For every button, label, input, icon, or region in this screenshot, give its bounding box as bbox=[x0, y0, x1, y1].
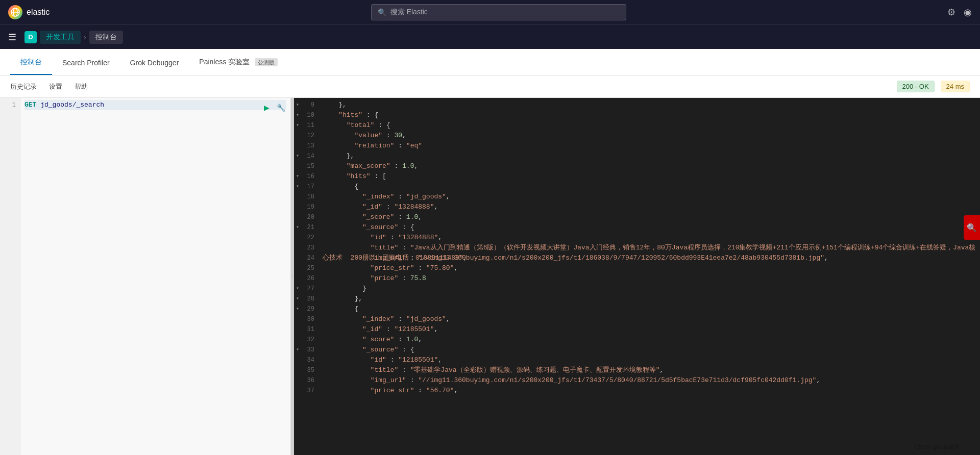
line-num: 20 bbox=[294, 212, 318, 222]
line-num: 23 bbox=[294, 243, 318, 253]
line-num: 22 bbox=[294, 233, 318, 243]
breadcrumb: D 开发工具 › 控制台 bbox=[24, 31, 123, 44]
http-method: GET bbox=[24, 101, 36, 109]
resp-code: { bbox=[318, 182, 980, 192]
line-num: 28 bbox=[294, 294, 318, 304]
user-badge: D bbox=[24, 31, 37, 43]
breadcrumb-separator: › bbox=[84, 33, 86, 41]
resp-line-23: 23 "title" : "Java从入门到精通（第6版）（软件开发视频大讲堂）… bbox=[294, 243, 980, 253]
line-num: 34 bbox=[294, 355, 318, 365]
editor-content[interactable]: GET jd_goods/_search bbox=[20, 98, 290, 455]
resp-code: "price" : 75.8 bbox=[318, 273, 980, 284]
line-num: 18 bbox=[294, 192, 318, 202]
toolbar: 历史记录 设置 帮助 200 - OK 24 ms bbox=[0, 75, 980, 98]
resp-line-24: 24 "img_url" : "//img13.360buyimg.com/n1… bbox=[294, 253, 980, 263]
line-num: 24 bbox=[294, 253, 318, 263]
resp-line-21: 21 "_source" : { bbox=[294, 222, 980, 233]
resp-line-32: 32 "_score" : 1.0, bbox=[294, 335, 980, 345]
resp-line-35: 35 "title" : "零基础学Java（全彩版）赠视频、源码、练习题、电子… bbox=[294, 365, 980, 375]
resp-line-10: 10 "hits" : { bbox=[294, 110, 980, 120]
search-placeholder: 搜索 Elastic bbox=[390, 8, 428, 17]
right-panel: 9 }, 10 "hits" : { 11 "total" : { 12 "va… bbox=[294, 98, 980, 455]
line-num: 36 bbox=[294, 375, 318, 386]
resp-line-20: 20 "_score" : 1.0, bbox=[294, 212, 980, 222]
resp-code: "price_str" : "56.70", bbox=[318, 386, 980, 396]
run-button[interactable]: ▶ bbox=[261, 102, 272, 113]
wrench-button[interactable]: 🔧 bbox=[275, 102, 286, 113]
toolbar-right: 200 - OK 24 ms bbox=[897, 81, 970, 92]
line-num: 16 bbox=[294, 171, 318, 182]
tab-console[interactable]: 控制台 bbox=[10, 50, 52, 75]
top-navbar: elastic 🔍 搜索 Elastic ⚙ ◉ bbox=[0, 0, 980, 24]
devtools-breadcrumb[interactable]: 开发工具 bbox=[40, 31, 81, 44]
line-numbers: 1 bbox=[0, 98, 20, 455]
line-num-1: 1 bbox=[0, 100, 20, 110]
resp-code: }, bbox=[318, 100, 980, 110]
second-navbar: ☰ D 开发工具 › 控制台 bbox=[0, 24, 980, 49]
resp-code: "img_url" : "//img13.360buyimg.com/n1/s2… bbox=[318, 253, 980, 263]
resp-code: "_id" : "13284888", bbox=[318, 202, 980, 212]
resp-line-19: 19 "_id" : "13284888", bbox=[294, 202, 980, 212]
settings-button[interactable]: 设置 bbox=[49, 82, 62, 91]
line-num: 15 bbox=[294, 161, 318, 171]
help-button[interactable]: 帮助 bbox=[75, 82, 88, 91]
top-nav-right: ⚙ ◉ bbox=[947, 7, 972, 18]
tab-painless-lab[interactable]: Painless 实验室 公测版 bbox=[189, 50, 288, 75]
editor-line-1: GET jd_goods/_search bbox=[24, 100, 286, 110]
elastic-logo-icon bbox=[8, 5, 22, 19]
painless-lab-badge: 公测版 bbox=[255, 58, 278, 66]
editor-area: 1 GET jd_goods/_search bbox=[0, 98, 290, 455]
tab-search-profiler[interactable]: Search Profiler bbox=[52, 52, 120, 75]
elastic-logo-text: elastic bbox=[27, 8, 50, 17]
resp-line-15: 15 "max_score" : 1.0, bbox=[294, 161, 980, 171]
notification-icon[interactable]: ⚙ bbox=[947, 7, 955, 18]
console-breadcrumb[interactable]: 控制台 bbox=[89, 31, 123, 44]
history-button[interactable]: 历史记录 bbox=[10, 82, 37, 91]
resp-code: "img_url" : "//img11.360buyimg.com/n1/s2… bbox=[318, 375, 980, 386]
resp-line-27: 27 } bbox=[294, 284, 980, 294]
resp-code: "_index" : "jd_goods", bbox=[318, 192, 980, 202]
resp-line-22: 22 "id" : "13284888", bbox=[294, 233, 980, 243]
tab-grok-debugger[interactable]: Grok Debugger bbox=[120, 52, 189, 75]
line-num: 33 bbox=[294, 345, 318, 355]
resp-line-13: 13 "relation" : "eq" bbox=[294, 141, 980, 151]
resp-code: }, bbox=[318, 151, 980, 161]
user-icon[interactable]: ◉ bbox=[964, 7, 972, 18]
line-num: 29 bbox=[294, 304, 318, 314]
resp-code: "hits" : [ bbox=[318, 171, 980, 182]
resp-code: "_source" : { bbox=[318, 345, 980, 355]
line-num: 19 bbox=[294, 202, 318, 212]
time-badge: 24 ms bbox=[941, 81, 970, 92]
resp-code: "id" : "13284888", bbox=[318, 233, 980, 243]
resp-line-12: 12 "value" : 30, bbox=[294, 131, 980, 141]
floating-search-button[interactable]: 🔍 bbox=[964, 215, 980, 240]
resp-line-17: 17 { bbox=[294, 182, 980, 192]
resp-line-16: 16 "hits" : [ bbox=[294, 171, 980, 182]
search-icon: 🔍 bbox=[378, 8, 386, 16]
resp-line-31: 31 "_id" : "12185501", bbox=[294, 324, 980, 335]
resp-code: } bbox=[318, 284, 980, 294]
elastic-logo[interactable]: elastic bbox=[8, 5, 50, 19]
resp-code: "_id" : "12185501", bbox=[318, 324, 980, 335]
line-num: 9 bbox=[294, 100, 318, 110]
line-num: 25 bbox=[294, 263, 318, 273]
line-num: 10 bbox=[294, 110, 318, 120]
resp-line-33: 33 "_source" : { bbox=[294, 345, 980, 355]
response-area[interactable]: 9 }, 10 "hits" : { 11 "total" : { 12 "va… bbox=[294, 98, 980, 455]
resp-code: "total" : { bbox=[318, 120, 980, 131]
resp-line-28: 28 }, bbox=[294, 294, 980, 304]
hamburger-menu[interactable]: ☰ bbox=[8, 32, 16, 43]
main-content: 1 GET jd_goods/_search ▶ 🔧 · · · 9 }, bbox=[0, 98, 980, 455]
resp-code: "price_str" : "75.80", bbox=[318, 263, 980, 273]
resp-line-26: 26 "price" : 75.8 bbox=[294, 273, 980, 284]
resp-code: "id" : "12185501", bbox=[318, 355, 980, 365]
line-num: 17 bbox=[294, 182, 318, 192]
line-num: 26 bbox=[294, 273, 318, 284]
status-badge: 200 - OK bbox=[897, 81, 935, 92]
resp-code: "_source" : { bbox=[318, 222, 980, 233]
line-num: 12 bbox=[294, 131, 318, 141]
line-num: 13 bbox=[294, 141, 318, 151]
left-panel: 1 GET jd_goods/_search ▶ 🔧 bbox=[0, 98, 291, 455]
resp-line-11: 11 "total" : { bbox=[294, 120, 980, 131]
global-search-bar[interactable]: 🔍 搜索 Elastic bbox=[371, 4, 626, 20]
